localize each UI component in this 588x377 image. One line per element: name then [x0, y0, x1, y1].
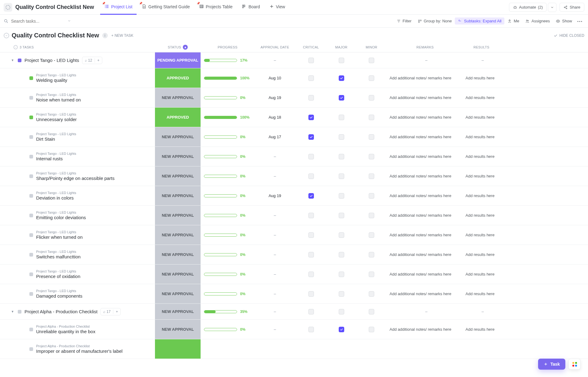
status-cell[interactable]: NEW APPROVAL: [155, 147, 201, 166]
progress-cell[interactable]: 35%: [201, 310, 254, 314]
progress-cell[interactable]: 0%: [201, 272, 254, 276]
tab-getting-started-guide[interactable]: 📌Getting Started Guide: [137, 0, 194, 15]
status-indicator[interactable]: [29, 233, 33, 237]
checkbox[interactable]: [308, 95, 314, 101]
checkbox[interactable]: [369, 327, 374, 332]
remarks-cell[interactable]: Add additional notes/ remarks here: [387, 95, 463, 100]
task-group-row[interactable]: ▼Project Alpha - Production Checklist⌕ 1…: [0, 304, 588, 320]
checkbox[interactable]: [339, 272, 344, 277]
results-cell[interactable]: Add results here: [463, 95, 500, 100]
results-cell[interactable]: Add results here: [463, 174, 500, 178]
groupby-button[interactable]: Group by: None: [415, 17, 455, 25]
tab-project-list[interactable]: 📌Project List: [100, 0, 137, 15]
checkbox[interactable]: [308, 154, 314, 159]
remarks-cell[interactable]: Add additional notes/ remarks here: [387, 193, 463, 198]
col-minor[interactable]: MINOR: [356, 45, 387, 49]
results-cell[interactable]: Add results here: [463, 193, 500, 198]
subtask-count-pill[interactable]: ⌕ 12+: [82, 57, 102, 64]
task-name[interactable]: Project Alpha - Production Checklist: [24, 309, 97, 314]
task-name[interactable]: Damaged components: [36, 293, 82, 299]
task-name[interactable]: Project Tango - LED Lights: [24, 58, 79, 63]
progress-cell[interactable]: 100%: [201, 115, 254, 120]
remarks-cell[interactable]: Add additional notes/ remarks here: [387, 135, 463, 139]
status-cell[interactable]: NEW APPROVAL: [155, 245, 201, 264]
search-chevron[interactable]: [67, 19, 71, 24]
automate-dropdown[interactable]: Automate (2): [509, 3, 557, 12]
checkbox[interactable]: [308, 327, 314, 332]
remarks-cell[interactable]: Add additional notes/ remarks here: [387, 252, 463, 257]
me-button[interactable]: Me: [504, 17, 522, 25]
approval-date-cell[interactable]: –: [254, 58, 295, 63]
subtask-row[interactable]: Project Tango - LED LightsSwitches malfu…: [0, 245, 588, 265]
status-cell[interactable]: NEW APPROVAL: [155, 284, 201, 303]
task-name[interactable]: Improper or absent of manufacturer's lab…: [36, 348, 123, 354]
checkbox[interactable]: [339, 252, 344, 257]
approval-date-cell[interactable]: Aug 17: [254, 135, 295, 139]
checkbox[interactable]: [308, 309, 314, 314]
subtask-row[interactable]: Project Alpha - Production ChecklistUnre…: [0, 320, 588, 339]
status-indicator[interactable]: [29, 253, 33, 257]
approval-date-cell[interactable]: –: [254, 309, 295, 314]
task-name[interactable]: Sharp/Pointy edge on accessible parts: [36, 176, 115, 181]
subtask-row[interactable]: Project Tango - LED LightsInternal rusts…: [0, 147, 588, 166]
checkbox[interactable]: [369, 272, 374, 277]
caret-down-icon[interactable]: ▼: [11, 59, 15, 62]
share-button[interactable]: Share: [560, 3, 584, 12]
more-menu[interactable]: ⋯: [575, 18, 584, 25]
results-cell[interactable]: Add results here: [463, 135, 500, 139]
results-cell[interactable]: Add results here: [463, 233, 500, 237]
subtask-row[interactable]: Project Tango - LED LightsDamaged compon…: [0, 284, 588, 304]
status-cell[interactable]: NEW APPROVAL: [155, 320, 201, 339]
status-cell[interactable]: NEW APPROVAL: [155, 225, 201, 245]
new-task-button[interactable]: + NEW TASK: [111, 33, 134, 38]
status-indicator[interactable]: [18, 310, 21, 314]
status-cell[interactable]: NEW APPROVAL: [155, 127, 201, 147]
checkbox[interactable]: [339, 154, 344, 159]
task-name[interactable]: Deviation in colors: [36, 195, 76, 200]
status-cell[interactable]: NEW APPROVAL: [155, 186, 201, 205]
status-cell[interactable]: APPROVED: [155, 68, 201, 88]
automate-button[interactable]: Automate (2): [509, 3, 547, 12]
progress-cell[interactable]: 0%: [201, 135, 254, 139]
checkbox[interactable]: [369, 58, 374, 63]
checkbox[interactable]: [308, 115, 314, 120]
approval-date-cell[interactable]: Aug 19: [254, 95, 295, 100]
info-icon[interactable]: i: [102, 33, 108, 38]
checkbox[interactable]: [308, 75, 314, 81]
status-indicator[interactable]: [29, 174, 33, 178]
filter-button[interactable]: Filter: [394, 17, 415, 25]
status-indicator[interactable]: [18, 59, 21, 62]
status-cell[interactable]: NEW APPROVAL: [155, 166, 201, 186]
task-name[interactable]: Flicker when turned on: [36, 234, 83, 240]
tab-board[interactable]: Board: [237, 0, 264, 15]
apps-button[interactable]: [568, 359, 581, 359]
assignees-button[interactable]: Assignees: [522, 17, 553, 25]
results-cell[interactable]: Add results here: [463, 252, 500, 257]
show-button[interactable]: Show: [553, 17, 575, 25]
remarks-cell[interactable]: Add additional notes/ remarks here: [387, 233, 463, 237]
col-approval-date[interactable]: APPROVAL DATE: [254, 45, 295, 49]
progress-cell[interactable]: 0%: [201, 174, 254, 178]
approval-date-cell[interactable]: –: [254, 213, 295, 218]
task-name[interactable]: Emitting color deviations: [36, 215, 86, 220]
status-indicator[interactable]: [29, 155, 33, 158]
checkbox[interactable]: [339, 232, 344, 238]
remarks-cell[interactable]: Add additional notes/ remarks here: [387, 213, 463, 218]
checkbox[interactable]: [308, 232, 314, 238]
checkbox[interactable]: [369, 291, 374, 297]
checkbox[interactable]: [369, 154, 374, 159]
search-box[interactable]: [4, 19, 71, 24]
task-name[interactable]: Dirt Stain: [36, 136, 76, 142]
subtask-row[interactable]: Project Tango - LED LightsWelding qualit…: [0, 68, 588, 88]
search-input[interactable]: [11, 19, 65, 24]
status-cell[interactable]: APPROVED: [155, 108, 201, 127]
approval-date-cell[interactable]: –: [254, 233, 295, 237]
status-indicator[interactable]: [29, 347, 33, 351]
approval-date-cell[interactable]: –: [254, 174, 295, 178]
checkbox[interactable]: [308, 291, 314, 297]
status-indicator[interactable]: [29, 135, 33, 139]
task-name[interactable]: Unnecessary solder: [36, 117, 77, 122]
new-task-fab[interactable]: Task: [538, 359, 565, 359]
remarks-cell[interactable]: Add additional notes/ remarks here: [387, 327, 463, 332]
checkbox[interactable]: [308, 134, 314, 140]
